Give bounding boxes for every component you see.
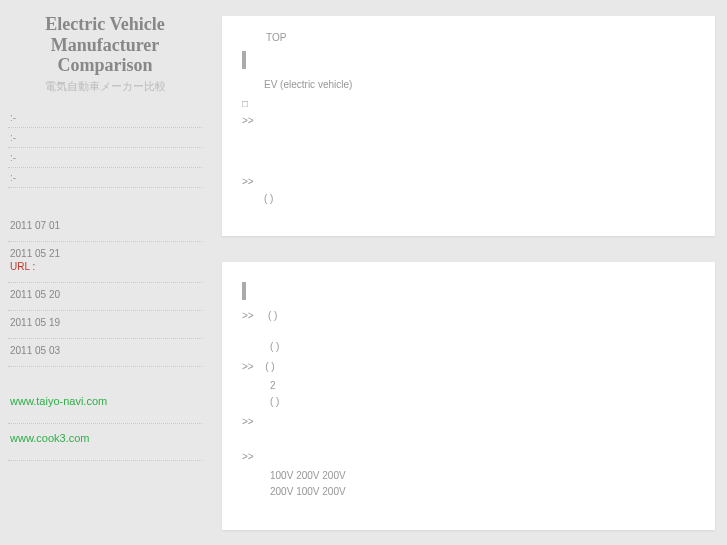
row-head: ( ) bbox=[268, 310, 277, 321]
sidebar: Electric Vehicle Manufacturer Comparison… bbox=[0, 0, 210, 545]
list-item: >> 100V 200V 200V 200V 100V 200V bbox=[242, 451, 695, 500]
arrow-icon: >> bbox=[242, 176, 252, 187]
card-intro: TOP EV (electric vehicle) □ >> >> ( ) bbox=[222, 16, 715, 236]
row-head: ( ) bbox=[265, 361, 274, 372]
ext-link[interactable]: www.taiyo-navi.com bbox=[10, 395, 107, 407]
list-item: >> ( ) 2 ( ) bbox=[242, 361, 695, 410]
row-sub: ( ) bbox=[270, 394, 695, 410]
link-line[interactable]: >> ( ) bbox=[242, 310, 695, 321]
arrow-icon: >> bbox=[242, 416, 252, 427]
news-list: 2011 07 01 2011 05 21 URL : 2011 05 20 2… bbox=[8, 214, 202, 367]
nav-item[interactable]: :- bbox=[8, 108, 202, 128]
bullet-line: □ bbox=[242, 98, 695, 109]
paren-line: ( ) bbox=[242, 193, 695, 204]
external-links: www.taiyo-navi.com www.cook3.com bbox=[8, 387, 202, 461]
row-sub: ( ) bbox=[270, 339, 695, 355]
arrow-icon: >> bbox=[242, 451, 252, 462]
ext-link[interactable]: www.cook3.com bbox=[10, 432, 89, 444]
news-item[interactable]: 2011 05 21 URL : bbox=[8, 242, 202, 283]
tail-line: 200V 100V 200V bbox=[270, 484, 695, 500]
news-date: 2011 05 21 bbox=[10, 248, 200, 259]
list-item: ( ) bbox=[242, 339, 695, 355]
card-list: >> ( ) ( ) >> ( ) 2 ( bbox=[222, 262, 715, 530]
breadcrumb[interactable]: TOP bbox=[266, 32, 695, 43]
list-item: >> ( ) bbox=[242, 310, 695, 321]
intro-text: EV (electric vehicle) bbox=[264, 79, 695, 90]
site-subtitle: 電気自動車メーカー比較 bbox=[8, 79, 202, 94]
news-item[interactable]: 2011 07 01 bbox=[8, 214, 202, 242]
news-body: URL : bbox=[10, 261, 200, 272]
ext-link-row: www.cook3.com bbox=[8, 424, 202, 461]
link-line[interactable]: >> bbox=[242, 451, 695, 462]
news-item[interactable]: 2011 05 03 bbox=[8, 339, 202, 367]
nav-item[interactable]: :- bbox=[8, 148, 202, 168]
arrow-icon: >> bbox=[242, 361, 252, 372]
link-line[interactable]: >> bbox=[242, 176, 695, 187]
ext-link-row: www.taiyo-navi.com bbox=[8, 387, 202, 424]
row-sub: 2 bbox=[270, 378, 695, 394]
card-heading bbox=[242, 282, 695, 300]
nav-list: :- :- :- :- bbox=[8, 108, 202, 188]
main-content: TOP EV (electric vehicle) □ >> >> ( ) bbox=[210, 0, 727, 545]
news-date: 2011 05 03 bbox=[10, 345, 200, 356]
square-icon: □ bbox=[242, 98, 252, 109]
site-title: Electric Vehicle Manufacturer Comparison bbox=[8, 10, 202, 77]
site-title-line: Manufacturer bbox=[8, 35, 202, 56]
card-heading bbox=[242, 51, 695, 69]
news-date: 2011 07 01 bbox=[10, 220, 200, 231]
site-title-line: Comparison bbox=[8, 55, 202, 76]
link-line[interactable]: >> bbox=[242, 416, 695, 427]
news-url-label: URL : bbox=[10, 261, 35, 272]
list-item: >> bbox=[242, 416, 695, 427]
paren-text: ( ) bbox=[264, 193, 273, 204]
link-line[interactable]: >> bbox=[242, 115, 695, 126]
paren-text: ( ) bbox=[270, 341, 279, 352]
arrow-icon: >> bbox=[242, 115, 252, 126]
site-title-line: Electric Vehicle bbox=[8, 14, 202, 35]
news-date: 2011 05 19 bbox=[10, 317, 200, 328]
tail-line: 100V 200V 200V bbox=[270, 468, 695, 484]
nav-item[interactable]: :- bbox=[8, 168, 202, 188]
link-line[interactable]: >> ( ) bbox=[242, 361, 695, 372]
news-item[interactable]: 2011 05 20 bbox=[8, 283, 202, 311]
news-date: 2011 05 20 bbox=[10, 289, 200, 300]
news-item[interactable]: 2011 05 19 bbox=[8, 311, 202, 339]
nav-item[interactable]: :- bbox=[8, 128, 202, 148]
arrow-icon: >> bbox=[242, 310, 252, 321]
